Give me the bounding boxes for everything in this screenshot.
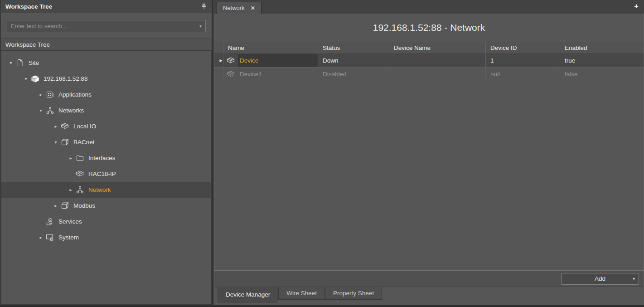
tab-label: Network <box>223 5 245 11</box>
device-name-cell <box>389 68 486 81</box>
network-icon <box>45 107 55 114</box>
table-empty-area <box>214 81 644 270</box>
search-row: ▾ <box>1 13 212 39</box>
add-button[interactable]: Add ▾ <box>561 273 639 285</box>
tree-item-applications[interactable]: ▸ Applications <box>1 87 211 102</box>
search-box[interactable]: ▾ <box>7 20 206 32</box>
tree-item-label: Modbus <box>73 202 95 209</box>
expander-icon[interactable]: ▸ <box>67 156 75 161</box>
tree-item-label: Applications <box>58 91 92 98</box>
tree-item-label: Services <box>58 218 82 225</box>
workspace-tree-panel: Workspace Tree ▾ Workspace Tree ▾ Site ▾ <box>0 0 212 305</box>
controller-icon <box>30 75 40 83</box>
tree-item-system[interactable]: ▸ System <box>1 229 211 245</box>
expander-icon[interactable]: ▸ <box>67 187 75 192</box>
device-name-value: Device1 <box>238 68 318 81</box>
search-dropdown-icon[interactable]: ▾ <box>199 24 202 29</box>
tree-item-label: Site <box>29 59 39 66</box>
tree-item-label: 192.168.1.52:88 <box>44 75 88 82</box>
applications-icon <box>45 91 55 98</box>
row-selector-header <box>214 42 223 54</box>
pin-icon[interactable] <box>201 3 207 10</box>
workspace-tree: ▾ Site ▾ 192.168.1.52:88 ▸ Applications <box>1 51 212 305</box>
tree-item-local-io[interactable]: ▸ Local IO <box>1 118 211 134</box>
tree-item-label: RAC18-IP <box>88 171 116 177</box>
protocol-icon <box>60 202 70 210</box>
main-panel: Network ✕ + 192.168.1.52:88 - Network Na… <box>214 0 644 305</box>
tree-item-modbus[interactable]: ▸ Modbus <box>1 198 211 214</box>
application-window: Workspace Tree ▾ Workspace Tree ▾ Site ▾ <box>0 0 644 305</box>
tree-section-label: Workspace Tree <box>1 39 212 51</box>
network-icon <box>75 186 85 194</box>
row-selector-cell[interactable]: ▶ <box>214 54 223 67</box>
expander-icon[interactable]: ▸ <box>37 92 45 97</box>
tree-item-site[interactable]: ▾ Site <box>1 55 211 71</box>
expander-icon[interactable]: ▾ <box>22 76 30 81</box>
table-header: Name Status Device Name Device ID Enable… <box>214 42 644 54</box>
tab-network[interactable]: Network ✕ <box>217 2 261 14</box>
enabled-cell: false <box>560 68 644 81</box>
tree-item-label: Local IO <box>73 123 96 130</box>
table-row[interactable]: Device1 Disabled null false <box>214 68 644 81</box>
workspace-tree-header: Workspace Tree <box>1 0 212 13</box>
close-icon[interactable]: ✕ <box>251 5 255 11</box>
add-bar: Add ▾ <box>214 270 644 287</box>
expander-icon[interactable]: ▾ <box>7 60 15 65</box>
protocol-icon <box>60 138 70 146</box>
device-name-value: Device <box>238 54 318 67</box>
add-button-label: Add <box>595 275 605 282</box>
expander-icon[interactable]: ▸ <box>52 124 60 129</box>
search-input[interactable] <box>11 23 197 29</box>
table-row[interactable]: ▶ Device Down 1 true <box>214 54 644 68</box>
tree-item-label: Network <box>88 186 111 193</box>
system-icon <box>45 234 55 241</box>
tree-item-interfaces[interactable]: ▸ Interfaces <box>1 150 211 166</box>
expander-icon[interactable]: ▸ <box>37 235 45 240</box>
status-cell: Disabled <box>318 68 389 81</box>
device-manager-view: 192.168.1.52:88 - Network Name Status De… <box>214 14 644 287</box>
view-tabbar: Device Manager Wire Sheet Property Sheet <box>214 287 644 305</box>
new-tab-button[interactable]: + <box>634 2 639 11</box>
column-header-name[interactable]: Name <box>223 42 318 54</box>
device-name-cell <box>389 54 486 67</box>
tab-wire-sheet[interactable]: Wire Sheet <box>278 287 325 300</box>
device-icon <box>223 57 238 64</box>
column-header-enabled[interactable]: Enabled <box>560 42 644 54</box>
tab-property-sheet[interactable]: Property Sheet <box>325 287 382 300</box>
tab-device-manager[interactable]: Device Manager <box>218 287 278 302</box>
row-selector-icon: ▶ <box>219 58 223 63</box>
tree-item-controller[interactable]: ▾ 192.168.1.52:88 <box>1 71 211 87</box>
status-cell: Down <box>318 54 389 67</box>
column-header-device-id[interactable]: Device ID <box>486 42 560 54</box>
expander-icon[interactable]: ▾ <box>52 140 60 145</box>
add-dropdown-icon[interactable]: ▾ <box>633 276 635 281</box>
tree-item-label: Networks <box>58 107 84 114</box>
device-icon <box>223 70 238 78</box>
tree-item-label: BACnet <box>73 139 95 146</box>
tree-item-label: Interfaces <box>88 155 115 161</box>
name-cell[interactable]: Device1 <box>223 68 318 81</box>
document-tabbar: Network ✕ + <box>214 0 644 14</box>
enabled-cell: true <box>560 54 644 67</box>
expander-icon[interactable]: ▸ <box>52 203 60 208</box>
expander-icon[interactable]: ▾ <box>37 108 45 113</box>
page-title: 192.168.1.52:88 - Network <box>214 14 644 42</box>
tree-item-networks[interactable]: ▾ Networks <box>1 102 211 118</box>
tree-item-rac18-ip[interactable]: RAC18-IP <box>1 166 211 182</box>
folder-icon <box>75 154 85 162</box>
services-icon <box>45 218 55 226</box>
tree-item-bacnet[interactable]: ▾ BACnet <box>1 134 211 150</box>
column-header-device-name[interactable]: Device Name <box>389 42 486 54</box>
row-selector-cell[interactable] <box>214 68 223 81</box>
name-cell[interactable]: Device <box>223 54 318 67</box>
tree-item-network[interactable]: ▸ Network <box>1 182 211 198</box>
device-id-cell: null <box>486 68 560 81</box>
tree-item-label: System <box>58 234 79 241</box>
column-header-status[interactable]: Status <box>318 42 389 54</box>
panel-title: Workspace Tree <box>5 3 52 10</box>
device-id-cell: 1 <box>486 54 560 67</box>
tree-item-services[interactable]: Services <box>1 214 211 229</box>
device-icon <box>60 122 70 130</box>
device-icon <box>75 170 85 178</box>
document-icon <box>15 59 25 67</box>
